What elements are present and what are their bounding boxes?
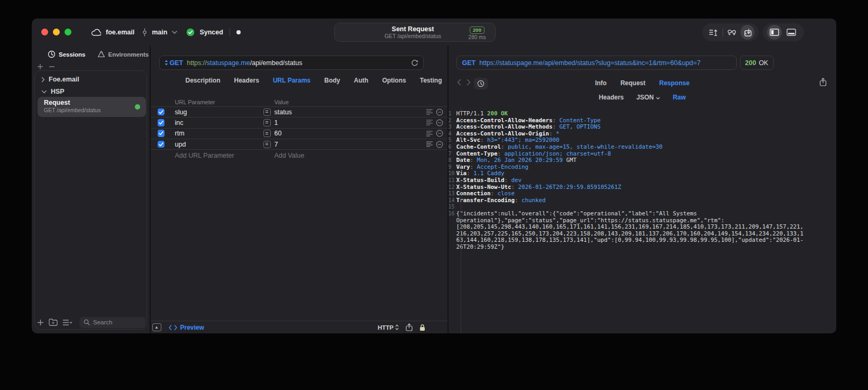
param-row-rtm[interactable]: rtm=60 bbox=[151, 128, 448, 139]
response-subtab-raw[interactable]: Raw bbox=[673, 94, 686, 101]
method-selector-arrows-icon[interactable] bbox=[165, 60, 168, 66]
param-enabled-checkbox[interactable] bbox=[158, 108, 165, 116]
line-number: 3 bbox=[449, 124, 456, 131]
request-tab-description[interactable]: Description bbox=[186, 77, 221, 84]
protocol-label: HTTP bbox=[378, 324, 394, 331]
param-row-slug[interactable]: slug=status bbox=[151, 106, 448, 117]
param-row-options-icon[interactable] bbox=[426, 131, 433, 137]
protocol-selector[interactable]: HTTP bbox=[378, 324, 399, 331]
response-subtabs: HeadersJSONRaw bbox=[449, 94, 837, 101]
param-value-field[interactable]: 60 bbox=[275, 130, 282, 137]
request-url-bar[interactable]: GET https://statuspage.me/api/embed/stat… bbox=[159, 56, 424, 70]
add-param-row[interactable]: Add URL Parameter Add Value bbox=[151, 149, 448, 160]
line-number: 4 bbox=[449, 131, 456, 138]
param-row-options-icon[interactable] bbox=[426, 120, 433, 125]
param-name-field[interactable]: rtm bbox=[175, 130, 185, 137]
export-response-icon[interactable] bbox=[819, 78, 827, 86]
line-number: 1 bbox=[449, 111, 456, 117]
remove-param-button[interactable] bbox=[436, 119, 443, 126]
updown-arrows-icon bbox=[395, 324, 399, 330]
request-tab-body[interactable]: Body bbox=[324, 77, 340, 84]
search-input[interactable]: Search bbox=[79, 317, 145, 328]
tree-item-hsp[interactable]: HSP bbox=[41, 88, 65, 95]
param-row-options-icon[interactable] bbox=[426, 141, 433, 147]
response-line: 16{"incidents":null,"overall":{"code":"o… bbox=[449, 211, 837, 251]
lock-icon[interactable] bbox=[419, 324, 425, 331]
minimize-window-button[interactable] bbox=[53, 29, 60, 35]
request-list-item-selected[interactable]: Request GET /api/embed/status bbox=[38, 97, 146, 117]
response-subtab-json[interactable]: JSON bbox=[636, 94, 660, 101]
tab-sessions[interactable]: Sessions bbox=[48, 50, 86, 58]
request-tab-options[interactable]: Options bbox=[382, 77, 406, 84]
remove-param-button[interactable] bbox=[436, 141, 443, 148]
request-tabs: DescriptionHeadersURL ParamsBodyAuthOpti… bbox=[186, 77, 443, 84]
request-tab-auth[interactable]: Auth bbox=[354, 77, 368, 84]
response-line: 9Vary: Accept-Encoding bbox=[449, 164, 837, 171]
request-tab-url-params[interactable]: URL Params bbox=[273, 77, 310, 84]
resend-request-icon[interactable] bbox=[411, 59, 418, 67]
zoom-window-button[interactable] bbox=[65, 29, 71, 35]
remove-param-button[interactable] bbox=[436, 130, 443, 137]
request-panel: GET https://statuspage.me/api/embed/stat… bbox=[151, 46, 448, 333]
list-display-options-button[interactable] bbox=[62, 319, 72, 326]
project-name[interactable]: foe.email bbox=[106, 29, 134, 36]
request-tab-testing[interactable]: Testing bbox=[420, 77, 442, 84]
response-history-button[interactable] bbox=[474, 78, 488, 89]
layout-bottombar-toggle-button[interactable] bbox=[784, 25, 799, 40]
tab-environments[interactable]: Environments bbox=[97, 50, 149, 58]
response-body[interactable]: 1HTTP/1.1 200 OK2Access-Control-Allow-He… bbox=[449, 108, 837, 333]
line-number: 16 bbox=[449, 211, 456, 251]
expand-panel-button[interactable]: ▲ bbox=[152, 323, 161, 331]
request-tab-headers[interactable]: Headers bbox=[234, 77, 259, 84]
branch-name[interactable]: main bbox=[152, 29, 167, 36]
param-value-field[interactable]: status bbox=[275, 108, 292, 116]
share-request-icon[interactable] bbox=[406, 323, 413, 331]
response-tab-response[interactable]: Response bbox=[659, 79, 689, 87]
param-name-field[interactable]: upd bbox=[175, 141, 186, 148]
tree-item-label: HSP bbox=[51, 88, 65, 95]
history-forward-button[interactable] bbox=[467, 79, 471, 86]
chevron-right-icon bbox=[41, 77, 45, 83]
chevron-down-icon[interactable] bbox=[172, 31, 177, 34]
response-subtab-headers[interactable]: Headers bbox=[599, 94, 624, 101]
sent-request-url[interactable]: https://statuspage.me/api/embed/status?s… bbox=[479, 59, 700, 67]
request-footer-bar: ▲ Preview HTTP bbox=[151, 321, 448, 333]
add-param-placeholder[interactable]: Add URL Parameter bbox=[175, 152, 234, 159]
request-item-title: Request bbox=[44, 99, 141, 107]
sync-status[interactable]: Synced bbox=[199, 29, 223, 36]
history-icon bbox=[48, 50, 56, 58]
param-enabled-checkbox[interactable] bbox=[158, 141, 165, 148]
close-window-button[interactable] bbox=[41, 29, 48, 35]
line-number: 10 bbox=[449, 170, 456, 177]
tree-item-foe-email[interactable]: Foe.email bbox=[41, 76, 79, 83]
param-value-field[interactable]: 7 bbox=[275, 141, 278, 148]
sent-request-url-box[interactable]: GET https://statuspage.me/api/embed/stat… bbox=[456, 56, 737, 70]
layout-sidebar-toggle-button[interactable] bbox=[767, 25, 782, 40]
param-enabled-checkbox[interactable] bbox=[158, 130, 165, 137]
param-name-field[interactable]: inc bbox=[175, 119, 184, 126]
import-response-button[interactable] bbox=[741, 25, 754, 40]
add-request-button[interactable] bbox=[37, 319, 44, 326]
param-row-inc[interactable]: inc=1 bbox=[151, 117, 448, 128]
request-status-dot bbox=[135, 104, 140, 110]
param-value-field[interactable]: 1 bbox=[275, 119, 278, 126]
remove-param-button[interactable] bbox=[436, 108, 443, 116]
remove-session-button[interactable] bbox=[49, 64, 55, 70]
request-method[interactable]: GET bbox=[170, 59, 184, 67]
request-editor-toggle-button[interactable] bbox=[707, 25, 720, 40]
add-folder-button[interactable] bbox=[49, 319, 58, 326]
response-tab-request[interactable]: Request bbox=[620, 79, 645, 87]
add-session-button[interactable] bbox=[37, 64, 43, 70]
tab-environments-label: Environments bbox=[108, 51, 149, 58]
response-tab-info[interactable]: Info bbox=[595, 79, 607, 87]
param-enabled-checkbox[interactable] bbox=[158, 119, 165, 126]
line-number: 6 bbox=[449, 144, 456, 151]
param-name-field[interactable]: slug bbox=[175, 108, 187, 116]
sync-loop-icon[interactable] bbox=[725, 25, 739, 40]
param-row-options-icon[interactable] bbox=[426, 109, 433, 115]
add-value-placeholder[interactable]: Add Value bbox=[275, 152, 305, 159]
window-title-pill[interactable]: Sent Request GET /api/embed/status 200 2… bbox=[334, 23, 496, 42]
preview-button[interactable]: Preview bbox=[169, 324, 204, 331]
param-row-upd[interactable]: upd=7 bbox=[151, 139, 448, 149]
history-back-button[interactable] bbox=[457, 79, 461, 86]
